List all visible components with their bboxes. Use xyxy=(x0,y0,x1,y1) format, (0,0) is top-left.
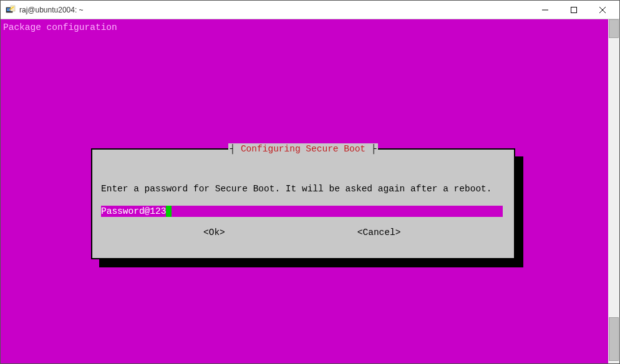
cancel-button[interactable]: <Cancel> xyxy=(357,227,401,238)
window-title: raj@ubuntu2004: ~ xyxy=(19,6,531,14)
dialog-title: Configuring Secure Boot xyxy=(241,144,366,154)
secure-boot-dialog: ┤ Configuring Secure Boot ├ Enter a pass… xyxy=(91,148,515,259)
page-header: Package configuration xyxy=(3,22,117,33)
close-button[interactable] xyxy=(588,1,617,19)
password-input[interactable]: Password@123 xyxy=(101,206,503,217)
terminal[interactable]: Package configuration ┤ Configuring Secu… xyxy=(1,19,608,363)
dialog-buttons: <Ok> <Cancel> xyxy=(101,227,505,238)
dialog-wrapper: ┤ Configuring Secure Boot ├ Enter a pass… xyxy=(91,148,515,259)
titlebar: raj@ubuntu2004: ~ xyxy=(1,1,619,19)
putty-icon xyxy=(6,5,16,15)
dialog-title-frame: ┤ Configuring Secure Boot ├ xyxy=(92,143,514,155)
password-value: Password@123 xyxy=(101,206,166,217)
window-controls xyxy=(531,1,617,19)
terminal-area: Package configuration ┤ Configuring Secu… xyxy=(1,19,619,363)
maximize-button[interactable] xyxy=(559,1,588,19)
svg-rect-5 xyxy=(571,7,577,12)
app-window: raj@ubuntu2004: ~ Package configuration … xyxy=(0,0,620,364)
ok-button[interactable]: <Ok> xyxy=(203,227,225,238)
text-cursor xyxy=(166,206,172,217)
minimize-button[interactable] xyxy=(531,1,559,19)
dialog-body: Enter a password for Secure Boot. It wil… xyxy=(92,150,514,238)
scroll-thumb-bottom[interactable] xyxy=(609,317,619,361)
scrollbar[interactable] xyxy=(608,19,619,363)
dialog-prompt: Enter a password for Secure Boot. It wil… xyxy=(101,183,505,194)
scroll-thumb-top[interactable] xyxy=(609,19,619,38)
